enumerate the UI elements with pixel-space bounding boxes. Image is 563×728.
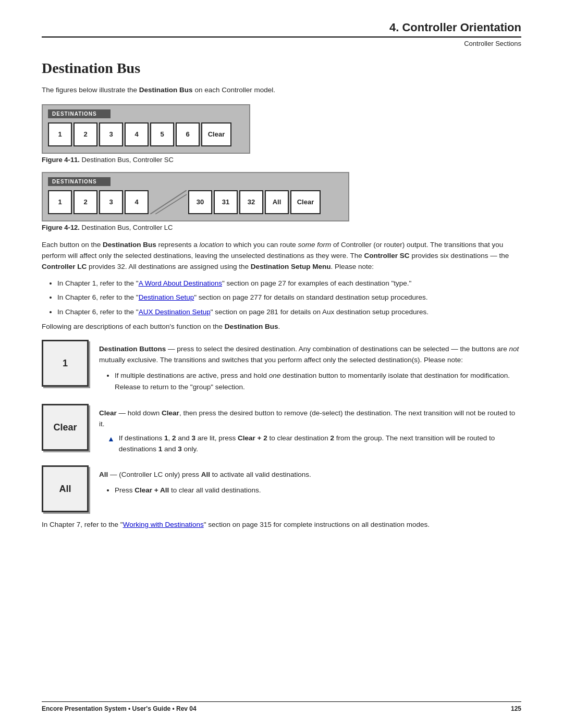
figure-12-caption-bold: Figure 4-12.	[42, 224, 80, 231]
key-1-image[interactable]: 1	[42, 340, 89, 387]
lc-btn-31[interactable]: 31	[214, 190, 238, 214]
tri-text-clear: If destinations 1, 2 and 3 are lit, pres…	[119, 433, 521, 455]
bullet-3: In Chapter 6, refer to the "AUX Destinat…	[57, 306, 521, 318]
link-word-about-destinations[interactable]: A Word About Destinations	[139, 279, 222, 287]
tri-bullet-clear: ▲ If destinations 1, 2 and 3 are lit, pr…	[107, 433, 521, 455]
sc-btn-3[interactable]: 3	[99, 122, 123, 146]
lc-btn-32[interactable]: 32	[239, 190, 263, 214]
key-clear-col: Clear	[42, 404, 89, 451]
key1-sub-bullets: If multiple destinations are active, pre…	[115, 370, 521, 392]
key1-col: 1	[42, 340, 89, 387]
sc-btn-5[interactable]: 5	[150, 122, 174, 146]
sc-btn-4[interactable]: 4	[125, 122, 149, 146]
footer-divider	[205, 709, 503, 709]
footer-left: Encore Presentation System • User's Guid…	[42, 705, 197, 712]
key-all-desc: All — (Controller LC only) press All to …	[99, 465, 521, 500]
link-destination-setup[interactable]: Destination Setup	[139, 293, 194, 301]
sc-btn-clear[interactable]: Clear	[201, 122, 231, 146]
sc-btn-1[interactable]: 1	[48, 122, 72, 146]
key-clear-desc: Clear — hold down Clear, then press the …	[99, 404, 521, 458]
key1-bold: Destination Buttons	[99, 345, 166, 353]
intro-paragraph: The figures below illustrate the Destina…	[42, 85, 521, 96]
lc-gap	[150, 190, 187, 214]
sc-buttons-row: 1 2 3 4 5 6 Clear	[48, 122, 244, 146]
tri-icon-clear: ▲	[107, 434, 115, 445]
key1-sub-bullet-1: If multiple destinations are active, pre…	[115, 370, 521, 392]
link-aux-destination-setup[interactable]: AUX Destination Setup	[139, 308, 211, 316]
sc-btn-6[interactable]: 6	[176, 122, 200, 146]
figure-12-caption-text: Destination Bus, Controller LC	[82, 224, 173, 231]
figure-12-container: DESTINATIONS 1 2 3 4 30 31 32 All Clear	[42, 172, 521, 231]
intro-text: The figures below illustrate the	[42, 86, 139, 94]
bullets-list: In Chapter 1, refer to the "A Word About…	[57, 278, 521, 318]
bullet-1: In Chapter 1, refer to the "A Word About…	[57, 278, 521, 289]
lc-btn-all[interactable]: All	[265, 190, 289, 214]
sc-btn-2[interactable]: 2	[74, 122, 97, 146]
chapter-subsection: Controller Sections	[42, 40, 521, 47]
intro-bold: Destination Bus	[139, 86, 193, 94]
key-all-bold: All	[99, 471, 108, 478]
svg-line-0	[150, 190, 187, 214]
body-location: location	[199, 241, 224, 249]
body-dest-bus: Destination Bus	[103, 241, 156, 249]
key1-one: one	[269, 372, 281, 379]
body-setup-menu: Destination Setup Menu	[251, 263, 331, 270]
lc-btn-4[interactable]: 4	[125, 190, 149, 214]
lc-buttons-row: 1 2 3 4 30 31 32 All Clear	[48, 190, 343, 214]
svg-line-1	[155, 194, 187, 214]
body-sc: Controller SC	[364, 252, 410, 260]
key-all-col: All	[42, 465, 89, 512]
sc-diagram: DESTINATIONS 1 2 3 4 5 6 Clear	[42, 104, 250, 154]
intro-end: on each Controller model.	[194, 86, 275, 94]
link-working-with-destinations[interactable]: Working with Destinations	[123, 521, 204, 528]
key-all-sub-bullet: Press Clear + All to clear all valid des…	[115, 485, 521, 496]
body-lc: Controller LC	[42, 263, 87, 270]
sc-destinations-label: DESTINATIONS	[48, 109, 111, 118]
chapter-header: 4. Controller Orientation	[42, 21, 521, 38]
following-dest-bus: Destination Bus	[225, 323, 278, 330]
last-paragraph: In Chapter 7, refer to the "Working with…	[42, 520, 521, 530]
lc-btn-clear[interactable]: Clear	[290, 190, 321, 214]
body-paragraph: Each button on the Destination Bus repre…	[42, 240, 521, 273]
figure-11-caption-text: Destination Bus, Controller SC	[82, 156, 174, 164]
following-paragraph: Following are descriptions of each butto…	[42, 322, 521, 332]
body-some-form: some form	[298, 241, 332, 249]
lc-btn-3[interactable]: 3	[99, 190, 123, 214]
figure-11-caption: Figure 4-11. Destination Bus, Controller…	[42, 156, 521, 164]
figure-12-caption: Figure 4-12. Destination Bus, Controller…	[42, 224, 521, 231]
lc-btn-30[interactable]: 30	[188, 190, 212, 214]
footer-page-number: 125	[511, 705, 521, 712]
key1-not: not	[509, 345, 519, 353]
key-clear-row: Clear Clear — hold down Clear, then pres…	[42, 404, 521, 458]
lc-destinations-label: DESTINATIONS	[48, 177, 111, 186]
key-clear-image[interactable]: Clear	[42, 404, 89, 451]
key1-desc: Destination Buttons — press to select th…	[99, 340, 521, 397]
key-clear-bold: Clear	[99, 409, 117, 417]
key-all-image[interactable]: All	[42, 465, 89, 512]
bullet-2: In Chapter 6, refer to the "Destination …	[57, 292, 521, 303]
chapter-title: 4. Controller Orientation	[389, 21, 521, 34]
key-all-bold2: All	[201, 471, 210, 478]
key1-row: 1 Destination Buttons — press to select …	[42, 340, 521, 397]
figure-11-caption-bold: Figure 4-11.	[42, 156, 80, 164]
lc-btn-2[interactable]: 2	[74, 190, 97, 214]
key-clear-bold2: Clear	[162, 409, 179, 417]
lc-diagram: DESTINATIONS 1 2 3 4 30 31 32 All Clear	[42, 172, 349, 221]
lc-btn-1[interactable]: 1	[48, 190, 72, 214]
section-title: Destination Bus	[42, 60, 521, 77]
key-all-row: All All — (Controller LC only) press All…	[42, 465, 521, 512]
figure-11-container: DESTINATIONS 1 2 3 4 5 6 Clear Figure 4-…	[42, 104, 521, 164]
key-all-sub-bullets: Press Clear + All to clear all valid des…	[115, 485, 521, 496]
page-footer: Encore Presentation System • User's Guid…	[42, 701, 521, 712]
